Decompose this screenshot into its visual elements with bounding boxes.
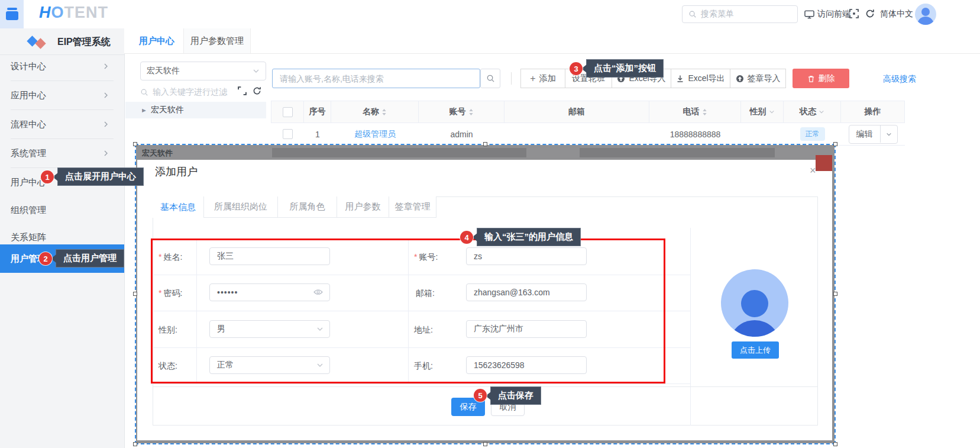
masked-background (272, 148, 526, 157)
app-menu-icon[interactable] (6, 8, 18, 20)
user-name-link[interactable]: 超级管理员 (354, 129, 396, 140)
logo-h: H (39, 4, 51, 21)
refresh-tree-icon[interactable] (253, 86, 261, 95)
step-tooltip-3: 点击“添加”按钮 (586, 59, 664, 78)
row-account: admin (419, 123, 504, 146)
row-name: 超级管理员 (331, 123, 419, 146)
capture-handle[interactable] (133, 442, 137, 446)
sort-icon[interactable] (468, 108, 474, 116)
expand-tree-icon[interactable] (238, 86, 247, 95)
modal-tab-roles[interactable]: 所属角色 (278, 196, 337, 218)
modal-tab-basic-info[interactable]: 基本信息 (153, 196, 204, 218)
modal-tab-signature[interactable]: 签章管理 (389, 196, 436, 218)
filter-chevron-icon[interactable] (769, 109, 775, 115)
step-badge-5: 5 (474, 389, 487, 402)
row-status: 正常 (784, 123, 841, 146)
footer-divider (153, 386, 817, 387)
plus-icon: + (530, 73, 535, 84)
profile-avatar-placeholder[interactable] (721, 269, 788, 337)
grid-line (151, 383, 690, 384)
excel-export-button[interactable]: Excel导出 (671, 69, 730, 88)
filter-chevron-icon[interactable] (819, 109, 824, 115)
monitor-icon (804, 9, 814, 19)
capture-handle[interactable] (483, 142, 487, 146)
delete-button[interactable]: 删除 (793, 69, 849, 88)
capture-handle[interactable] (833, 442, 837, 446)
capture-handle[interactable] (133, 292, 137, 296)
capture-handle[interactable] (483, 442, 487, 446)
step-tooltip-5: 点击保存 (490, 386, 541, 405)
tree-node-root[interactable]: ▶ 宏天软件 (125, 102, 266, 118)
chevron-right-icon (102, 150, 109, 157)
sidebar-item-process-center[interactable]: 流程中心 (0, 111, 124, 138)
header-index: 序号 (304, 101, 331, 123)
screen: HOTENT 搜索菜单 访问前端 简体中文 EIP管理系统 (0, 0, 980, 448)
row-email (504, 123, 649, 146)
header-actions: 操作 (841, 101, 905, 123)
header-email: 邮箱 (504, 101, 649, 123)
tree-collapse-arrow-icon[interactable]: ▶ (142, 108, 146, 113)
edit-button[interactable]: 编辑 (849, 125, 898, 144)
modal-title: 添加用户 (155, 165, 198, 179)
advanced-search-link[interactable]: 高级搜索 (883, 74, 916, 85)
logo-rest: TENT (64, 4, 109, 21)
sidebar-item-app-center[interactable]: 应用中心 (0, 82, 124, 109)
sidebar: EIP管理系统 设计中心 应用中心 流程中心 系统管理 用户中心 组织管理 (0, 28, 125, 448)
close-icon[interactable]: × (810, 165, 816, 177)
language-switch[interactable]: 简体中文 (880, 9, 913, 20)
row-phone: 18888888888 (649, 123, 741, 146)
modal-tab-org-position[interactable]: 所属组织岗位 (204, 196, 278, 218)
sort-icon[interactable] (381, 108, 387, 116)
search-icon (140, 88, 148, 96)
org-select[interactable]: 宏天软件 (140, 62, 266, 80)
capture-handle[interactable] (833, 292, 837, 296)
divider (11, 80, 114, 81)
table-search-button[interactable] (480, 69, 500, 88)
sidebar-system-title: EIP管理系统 (0, 28, 124, 55)
capture-handle[interactable] (833, 142, 837, 146)
menu-search-input[interactable]: 搜索菜单 (682, 5, 798, 23)
capture-handle[interactable] (133, 142, 137, 146)
chevron-right-icon (102, 121, 109, 128)
upload-icon (736, 75, 744, 83)
row-checkbox[interactable] (283, 129, 293, 139)
select-all-checkbox[interactable] (283, 107, 293, 117)
tab-user-param-management[interactable]: 用户参数管理 (183, 28, 251, 53)
header-account[interactable]: 账号 (419, 101, 504, 123)
step-tooltip-2: 点击用户管理 (56, 249, 124, 267)
header-phone[interactable]: 电话 (649, 101, 741, 123)
row-actions: 编辑 (841, 123, 905, 146)
search-icon (688, 10, 697, 18)
tree-tools (238, 86, 261, 95)
sidebar-item-org-management[interactable]: 组织管理 (0, 198, 124, 223)
chevron-right-icon (102, 63, 109, 70)
tab-user-center[interactable]: 用户中心 (130, 28, 183, 53)
visit-frontend-button[interactable]: 访问前端 (804, 9, 850, 20)
refresh-button[interactable] (865, 9, 875, 18)
form-highlight-box (151, 238, 665, 383)
divider (11, 109, 114, 110)
sort-icon[interactable] (702, 108, 707, 116)
add-button[interactable]: + 添加 (520, 69, 565, 88)
step-tooltip-1: 点击展开用户中心 (57, 167, 144, 186)
table-search-input[interactable] (272, 69, 480, 88)
header-checkbox-cell (271, 101, 304, 123)
sidebar-item-design-center[interactable]: 设计中心 (0, 53, 124, 80)
divider (11, 138, 114, 139)
upload-button[interactable]: 点击上传 (732, 341, 779, 359)
org-select-value: 宏天软件 (147, 66, 180, 76)
user-avatar[interactable] (915, 4, 936, 25)
modal-tab-user-params[interactable]: 用户参数 (337, 196, 389, 218)
search-icon (486, 74, 495, 83)
step-badge-1: 1 (41, 170, 54, 183)
top-header: HOTENT 搜索菜单 访问前端 简体中文 (0, 0, 980, 29)
menu-search-placeholder: 搜索菜单 (701, 9, 734, 20)
header-gender[interactable]: 性别 (741, 101, 784, 123)
chevron-down-icon[interactable] (881, 131, 897, 137)
chevron-down-icon (253, 67, 260, 75)
fullscreen-button[interactable] (849, 9, 859, 18)
header-name[interactable]: 名称 (331, 101, 419, 123)
sidebar-item-system-management[interactable]: 系统管理 (0, 140, 124, 167)
header-status[interactable]: 状态 (784, 101, 841, 123)
signature-import-button[interactable]: 签章导入 (730, 69, 786, 88)
